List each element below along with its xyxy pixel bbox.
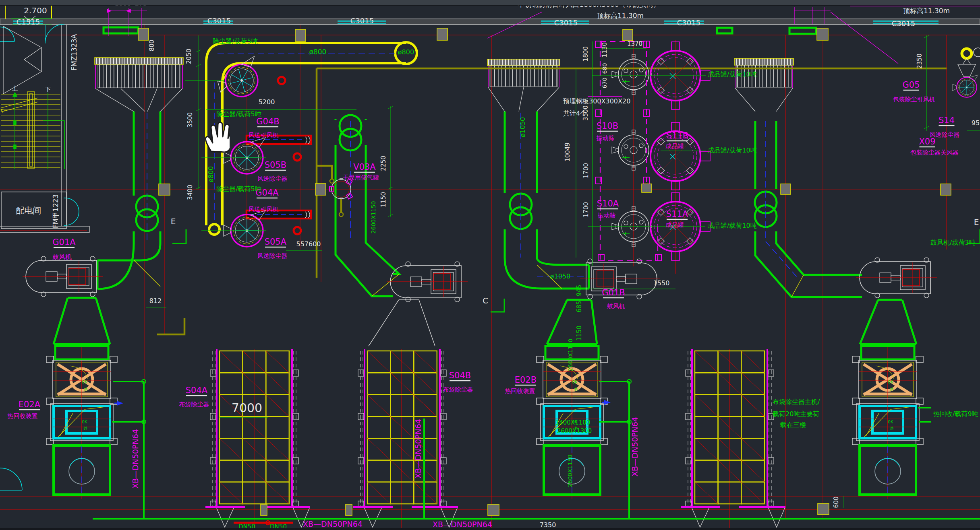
drawing-label: 1130 [601,42,608,58]
drawing-label: 7000 [232,401,262,415]
drawing-label: 预埋钢板300X300X20 [563,97,630,105]
drawing-label: 顶标高11.30m [903,7,950,15]
drawing-label: 热回收装置 [505,388,535,395]
drawing-label: 成品罐/载荷10吨 [708,146,757,154]
drawing-label: C3015 [207,16,231,25]
drawing-label: 风送除尘器 [257,175,288,182]
drawing-label: 鼓风机/载荷3吨 [930,239,976,246]
drawing-label: 包装除尘器关风器 [910,149,959,156]
drawing-label: 共计4个 [563,109,586,117]
drawing-label: 风送除尘器 [257,252,288,260]
drawing-label: C3015 [554,19,578,27]
drawing-label: 甚 [890,387,894,392]
drawing-label: 布袋除尘器 [443,386,473,393]
pan-cursor-icon [201,119,230,153]
drawing-label: 945 [576,285,583,297]
drawing-label: 甚 [574,426,578,431]
drawing-label: ø800 [309,48,327,56]
drawing-label: 振动筛 [597,134,615,142]
drawing-label: 0K [82,380,87,384]
drawing-label: 甚 [83,426,87,431]
drawing-label: FMZ1323A [70,34,78,70]
drawing-label: FM甲1223 [52,194,60,229]
drawing-label: 5200 [259,98,275,106]
drawing-label: E [171,217,176,226]
drawing-label: 干燥用储气罐 [343,174,379,181]
drawing-label: 顶标高11.30m [597,12,644,20]
drawing-label: C1515 [17,18,40,26]
drawing-label: 95 [972,119,980,127]
drawing-label: 热回收/载荷9吨 [933,410,978,418]
drawing-label: S05B [265,160,286,170]
drawing-label: S05A [265,237,287,247]
drawing-label: 1700 [582,202,590,217]
drawing-label: G05 [903,80,920,90]
drawing-label: 2050 [185,49,193,64]
drawing-label: 1800 [582,46,589,62]
drawing-label: 2600X1150 [567,339,574,371]
drawing-label: ø1050 [519,117,526,138]
cad-model-space[interactable]: 2.700C15151800275C3015C3015C3015C3015C30… [0,0,980,530]
drawing-label: 0K [572,380,578,384]
drawing-label: C3015 [892,19,915,28]
drawing-label: ø800 [207,166,215,182]
drawing-label: 800 [148,40,155,52]
drawing-label: XB—DN50PN64 [414,419,423,478]
drawing-label: ø1050 [550,272,571,280]
drawing-label: 812 [149,297,162,305]
drawing-label: 除尘器/载荷5吨 [216,110,261,118]
drawing-label: ø800 [398,48,414,56]
drawing-label: 除尘器/载荷5吨 [213,37,258,45]
drawing-label: S04B [449,371,471,380]
drawing-label: S11A [666,209,688,219]
drawing-label: 鼓风机 [52,253,72,261]
drawing-label: 685 [576,301,583,313]
drawing-label: 热回收装置 [7,412,38,420]
drawing-label: 0K [888,420,893,424]
drawing-label: 布袋除尘器主机/ [773,398,820,406]
drawing-label: XB—DN50PN64 [433,520,492,529]
drawing-label: G01A [52,237,76,247]
drawing-label: XB—DN50PN64 [630,417,639,476]
drawing-label: 1150 [380,192,387,207]
drawing-label: 除尘器/载荷5吨 [216,185,261,193]
drawing-label: S04A [186,386,208,395]
drawing-label: G04B [256,117,279,126]
drawing-label: 0K [572,420,578,424]
drawing-label: 载荷20吨主要荷 [773,410,819,418]
drawing-label: 1370 [627,40,642,47]
drawing-label: 680 [601,63,608,74]
drawing-label: 2600X1150 [567,455,573,487]
drawing-label: E02B [515,375,537,385]
label-layer: 2.700C15151800275C3015C3015C3015C3015C30… [0,0,980,530]
drawing-label: C3015 [350,16,374,25]
drawing-label: 风送引风机 [249,132,279,139]
drawing-label: 600 [833,497,840,508]
drawing-label: 1150 [576,326,583,341]
drawing-label: 2.700 [24,6,47,15]
drawing-label: 配电间 [16,206,41,215]
drawing-label: C3015 [677,19,700,27]
drawing-label: 风送引风机 [249,206,279,213]
drawing-label: 0K [888,380,893,384]
drawing-label: XB—DN50PN64 [303,520,363,528]
drawing-label: 成品罐 [666,221,684,229]
drawing-label: 载在三楼 [780,421,806,429]
drawing-label: XB—DN50PN64 [131,429,140,489]
drawing-label: 10049 [564,142,571,162]
drawing-label: 2250 [380,156,387,171]
drawing-label: 3500 [186,112,194,128]
drawing-label: 成品罐/载荷10吨 [708,222,757,229]
drawing-label: 成品罐/载荷10吨 [708,70,757,78]
drawing-label: 振动筛 [598,212,616,219]
drawing-label: 布袋除尘器 [179,401,209,408]
drawing-label: S10A [597,199,619,208]
drawing-label: 上 [12,85,18,92]
drawing-label: 3400 [186,185,194,200]
window-bottom-strip [0,528,980,530]
drawing-label: 甚 [84,387,88,392]
drawing-label: 下 [45,86,51,93]
drawing-label: 2350 [916,54,923,69]
drawing-label: V03A [353,162,376,172]
drawing-label: S14 [939,115,955,125]
